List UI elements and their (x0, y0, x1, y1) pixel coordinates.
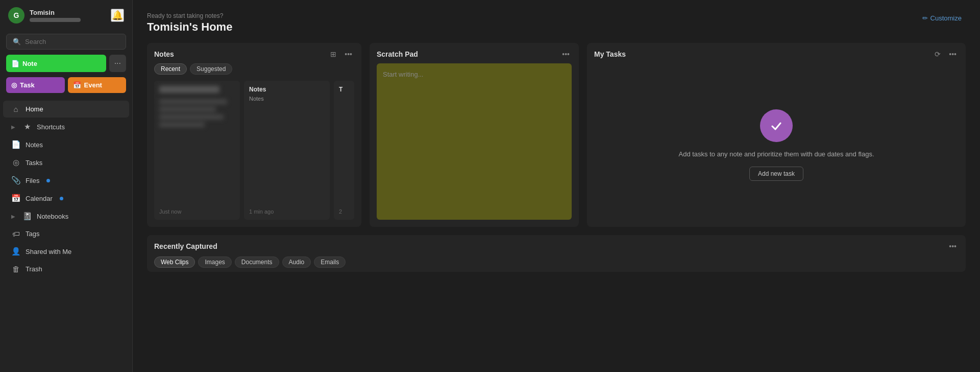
tab-emails[interactable]: Emails (314, 257, 346, 268)
notes-panel-actions: ⊞ ••• (328, 49, 354, 59)
sidebar-item-home[interactable]: ⌂ Home (3, 101, 129, 118)
tab-web-clips[interactable]: Web Clips (154, 257, 195, 268)
note-card-body: Notes (249, 95, 325, 204)
sidebar-item-shortcuts[interactable]: ▶ ★ Shortcuts (3, 118, 129, 135)
new-note-row: 📄 Note ··· (0, 55, 132, 77)
sidebar-item-label: Files (26, 177, 39, 184)
note-card[interactable]: Notes Notes 1 min ago (244, 81, 330, 220)
sidebar-item-tags[interactable]: 🏷 Tags (3, 225, 129, 242)
main-content: Ready to start taking notes? Tomisin's H… (133, 0, 980, 372)
files-icon: 📎 (11, 176, 20, 185)
pencil-icon: ✏ (922, 14, 928, 22)
recently-captured-more-button[interactable]: ••• (947, 241, 959, 251)
my-tasks-actions: ⟳ ••• (933, 49, 959, 59)
user-name: Tomisin (30, 9, 81, 16)
tab-suggested[interactable]: Suggested (190, 63, 232, 75)
sidebar-item-label: Notebooks (37, 213, 68, 220)
sidebar-item-label: Shortcuts (37, 123, 65, 131)
recently-captured-tabs: Web Clips Images Documents Audio Emails (154, 257, 959, 268)
scratch-placeholder: Start writing... (383, 71, 423, 78)
task-icon: ◎ (11, 81, 17, 89)
chevron-icon: ▶ (11, 214, 15, 219)
sidebar-item-label: Tags (26, 230, 39, 238)
scratch-pad-title: Scratch Pad (377, 50, 418, 58)
scratch-pad-header: Scratch Pad ••• (370, 43, 579, 63)
event-icon: 📅 (73, 81, 81, 89)
note-card[interactable]: Just now (154, 81, 240, 220)
note-card-body (159, 99, 235, 204)
shared-icon: 👤 (11, 247, 20, 256)
note-card[interactable]: T 2 (334, 81, 354, 220)
note-card-title: Notes (249, 86, 325, 93)
notes-more-button[interactable]: ••• (342, 49, 354, 59)
note-card-time: 1 min ago (249, 208, 325, 215)
search-icon: 🔍 (13, 38, 21, 45)
scratch-more-button[interactable]: ••• (560, 49, 572, 59)
my-tasks-panel: My Tasks ⟳ ••• Add tasks to any note and… (587, 43, 966, 227)
task-event-row: ◎ Task 📅 Event (0, 77, 132, 98)
customize-button[interactable]: ✏ Customize (918, 12, 966, 24)
sidebar-item-trash[interactable]: 🗑 Trash (3, 261, 129, 277)
subtitle: Ready to start taking notes? (147, 12, 232, 19)
tasks-description: Add tasks to any note and prioritize the… (678, 149, 874, 159)
tags-icon: 🏷 (11, 229, 20, 238)
user-subtitle (30, 18, 81, 22)
new-note-button[interactable]: 📄 Note (6, 55, 106, 72)
more-button[interactable]: ··· (109, 55, 126, 72)
new-event-button[interactable]: 📅 Event (68, 77, 127, 93)
page-title: Tomisin's Home (147, 20, 232, 34)
tab-documents[interactable]: Documents (235, 257, 279, 268)
tab-audio[interactable]: Audio (282, 257, 311, 268)
home-icon: ⌂ (11, 105, 20, 113)
calendar-icon: 📅 (11, 194, 20, 203)
user-profile[interactable]: G Tomisin (8, 7, 81, 24)
sidebar-item-calendar[interactable]: 📅 Calendar (3, 190, 129, 207)
sidebar: G Tomisin 🔔 🔍 📄 Note ··· ◎ Task 📅 Event (0, 0, 133, 372)
sidebar-header: G Tomisin 🔔 (0, 0, 132, 31)
tasks-sync-button[interactable]: ⟳ (933, 49, 943, 59)
notifications-button[interactable]: 🔔 (111, 9, 124, 22)
sidebar-item-tasks[interactable]: ◎ Tasks (3, 154, 129, 171)
checkmark-svg (768, 118, 785, 134)
tab-recent[interactable]: Recent (154, 63, 187, 75)
files-badge (46, 179, 50, 182)
notes-panel-title: Notes (154, 50, 174, 58)
notes-grid-button[interactable]: ⊞ (328, 49, 338, 59)
add-new-task-button[interactable]: Add new task (749, 167, 803, 181)
notes-panel-header: Notes ⊞ ••• (147, 43, 361, 63)
chevron-icon: ▶ (11, 124, 15, 130)
sidebar-item-files[interactable]: 📎 Files (3, 172, 129, 189)
note-card-title: T (339, 86, 349, 93)
sidebar-item-label: Shared with Me (26, 248, 71, 255)
recently-captured-header: Recently Captured ••• (154, 241, 959, 251)
panels-row: Notes ⊞ ••• Recent Suggested (147, 43, 966, 227)
sidebar-item-label: Tasks (26, 159, 42, 167)
sidebar-item-label: Notes (26, 141, 43, 149)
sidebar-item-shared[interactable]: 👤 Shared with Me (3, 243, 129, 260)
tab-images[interactable]: Images (198, 257, 231, 268)
calendar-badge (60, 197, 63, 200)
tasks-more-button[interactable]: ••• (947, 49, 959, 59)
sidebar-item-label: Trash (26, 265, 42, 273)
sidebar-item-notebooks[interactable]: ▶ 📓 Notebooks (3, 207, 129, 225)
scratch-pad-content[interactable]: Start writing... (377, 63, 572, 220)
sidebar-item-label: Calendar (26, 195, 53, 202)
search-box[interactable]: 🔍 (6, 34, 126, 50)
sidebar-item-label: Home (26, 105, 43, 113)
user-info: Tomisin (30, 9, 81, 22)
note-icon: 📄 (11, 60, 19, 67)
notes-cards: Just now Notes Notes 1 min ago T 2 (147, 79, 361, 227)
sidebar-nav: ⌂ Home ▶ ★ Shortcuts 📄 Notes ◎ Tasks 📎 F… (0, 98, 132, 372)
scratch-pad-panel: Scratch Pad ••• Start writing... (370, 43, 579, 227)
my-tasks-title: My Tasks (594, 50, 626, 58)
main-header: Ready to start taking notes? Tomisin's H… (147, 12, 966, 34)
notes-tabs: Recent Suggested (147, 63, 361, 79)
search-input[interactable] (25, 38, 119, 45)
notes-icon: 📄 (11, 140, 20, 149)
tasks-circle-icon (760, 109, 793, 142)
shortcuts-icon: ★ (22, 122, 32, 131)
notes-panel: Notes ⊞ ••• Recent Suggested (147, 43, 361, 227)
new-task-button[interactable]: ◎ Task (6, 77, 65, 93)
my-tasks-header: My Tasks ⟳ ••• (587, 43, 966, 63)
sidebar-item-notes[interactable]: 📄 Notes (3, 136, 129, 153)
